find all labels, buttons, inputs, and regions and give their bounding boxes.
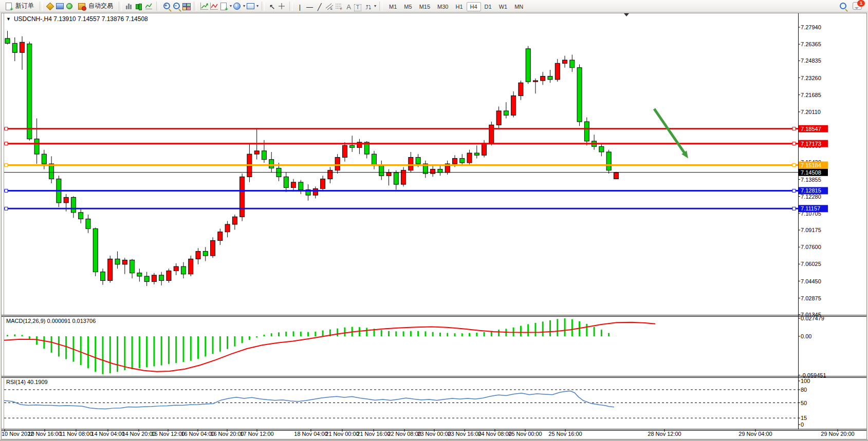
new-order-button[interactable]: + 新订单: [2, 1, 36, 12]
svg-text:25 Nov 00:00: 25 Nov 00:00: [508, 431, 542, 437]
indicators-icon[interactable]: [200, 2, 209, 10]
auto-trading-label: 自动交易: [88, 2, 113, 10]
symbol-dropdown-icon[interactable]: ▼: [6, 16, 11, 22]
text-tool-icon[interactable]: A: [344, 2, 353, 10]
toolbar-separator: [289, 2, 292, 11]
timeframe-button-MN[interactable]: MN: [511, 2, 527, 11]
crosshair-tool-icon[interactable]: [278, 2, 286, 10]
period-clock-icon[interactable]: [233, 2, 242, 10]
candle-down: [599, 146, 604, 152]
tile-windows-icon[interactable]: [182, 2, 191, 10]
timeframe-button-D1[interactable]: D1: [481, 2, 495, 11]
notifications-icon[interactable]: 1: [853, 2, 862, 10]
zoom-in-icon[interactable]: +: [162, 2, 171, 10]
auto-trading-button[interactable]: 自动交易: [75, 1, 116, 12]
svg-text:7.24835: 7.24835: [801, 57, 821, 64]
candle-down: [115, 259, 120, 264]
svg-text:11 Nov 08:00: 11 Nov 08:00: [60, 431, 93, 437]
svg-text:-0.059451: -0.059451: [801, 372, 826, 378]
template-caret[interactable]: ▾: [256, 4, 258, 8]
hline-handle[interactable]: [792, 127, 796, 130]
candlestick-mode-icon[interactable]: [135, 2, 143, 10]
svg-text:50: 50: [801, 400, 807, 406]
timeframe-button-M1[interactable]: M1: [385, 2, 400, 11]
svg-text:7.04450: 7.04450: [801, 278, 821, 284]
candle-up: [218, 232, 223, 241]
candle-down: [49, 164, 54, 179]
timeframe-button-H4[interactable]: H4: [467, 2, 481, 11]
template-icon[interactable]: [246, 2, 255, 10]
candle-up: [225, 224, 230, 232]
objects-list-icon[interactable]: [210, 2, 218, 10]
candle-up: [291, 182, 296, 188]
candle-up: [328, 170, 333, 179]
candle-down: [606, 152, 611, 170]
candle-up: [20, 42, 25, 52]
toolbar-separator: [262, 2, 265, 11]
arrows-tool-icon[interactable]: ⤴⤵: [364, 2, 373, 10]
svg-text:7.02875: 7.02875: [801, 295, 821, 301]
candle-down: [416, 157, 420, 164]
zoom-out-icon[interactable]: −: [172, 2, 181, 10]
timeframe-button-M5[interactable]: M5: [400, 2, 415, 11]
timeframe-button-M15[interactable]: M15: [416, 2, 434, 11]
candle-up: [511, 95, 516, 115]
main-toolbar: + 新订单 自动交易 + − +▾ ▾ ▾ ↖ | — ╱ E F A T ⤴⤵…: [0, 0, 868, 12]
hline-handle[interactable]: [5, 164, 8, 167]
candle-down: [79, 213, 83, 219]
candle-up: [167, 271, 171, 281]
channel-tool-icon[interactable]: E: [325, 2, 334, 10]
svg-text:23 Nov 00:00: 23 Nov 00:00: [417, 431, 451, 437]
timeframe-button-W1[interactable]: W1: [495, 2, 511, 11]
candle-down: [504, 111, 508, 115]
vertical-line-tool-icon[interactable]: |: [296, 2, 304, 10]
timeframe-button-M30[interactable]: M30: [434, 2, 452, 11]
strategy-tester-icon[interactable]: [56, 2, 64, 10]
hline-handle[interactable]: [5, 207, 8, 210]
svg-text:7.12815: 7.12815: [801, 187, 821, 194]
horizontal-line-tool-icon[interactable]: —: [305, 2, 314, 10]
hline-handle[interactable]: [792, 142, 796, 145]
hline-handle[interactable]: [5, 127, 8, 130]
svg-text:7.06025: 7.06025: [801, 261, 821, 267]
svg-text:100: 100: [801, 378, 810, 384]
line-chart-mode-icon[interactable]: [144, 2, 153, 10]
signals-icon[interactable]: [65, 2, 74, 10]
timeframe-button-H1[interactable]: H1: [452, 2, 466, 11]
candle-down: [438, 169, 442, 172]
hline-handle[interactable]: [5, 189, 8, 192]
new-chart-icon[interactable]: +: [219, 2, 228, 10]
hline-handle[interactable]: [5, 142, 8, 145]
hline-handle[interactable]: [792, 189, 796, 192]
candle-down: [130, 260, 135, 273]
macd-pane-label: MACD(12,26,9) 0.000091 0.013706: [6, 318, 96, 324]
svg-text:24 Nov 08:00: 24 Nov 08:00: [478, 431, 511, 437]
candle-down: [86, 219, 90, 228]
svg-text:7.12280: 7.12280: [801, 194, 821, 200]
new-chart-caret[interactable]: ▾: [230, 4, 232, 8]
auto-trading-icon: [78, 2, 86, 10]
svg-text:7.23260: 7.23260: [801, 75, 821, 81]
svg-text:0: 0: [801, 421, 804, 428]
candle-up: [519, 83, 523, 95]
candle-up: [489, 125, 494, 143]
period-caret[interactable]: ▾: [243, 4, 245, 8]
label-tool-icon[interactable]: T: [354, 2, 363, 10]
candle-down: [12, 43, 17, 52]
bar-chart-mode-icon[interactable]: [125, 2, 134, 10]
svg-text:25 Nov 16:00: 25 Nov 16:00: [548, 431, 582, 437]
chart-plot-area[interactable]: [4, 13, 798, 315]
hline-handle[interactable]: [792, 207, 796, 210]
hline-handle[interactable]: [792, 164, 796, 167]
market-watch-icon[interactable]: [46, 2, 54, 10]
svg-text:16 Nov 20:00: 16 Nov 20:00: [210, 431, 244, 437]
svg-text:E: E: [330, 7, 333, 10]
cursor-tool-icon[interactable]: ↖: [268, 2, 276, 10]
search-icon[interactable]: [839, 2, 847, 10]
arrows-caret[interactable]: ▾: [374, 4, 376, 8]
fibonacci-tool-icon[interactable]: F: [335, 2, 343, 10]
timeframe-buttons: M1M5M15M30H1H4D1W1MN: [385, 2, 527, 11]
trendline-tool-icon[interactable]: ╱: [315, 2, 324, 10]
candle-up: [232, 217, 237, 224]
toolbar-separator: [156, 2, 159, 11]
